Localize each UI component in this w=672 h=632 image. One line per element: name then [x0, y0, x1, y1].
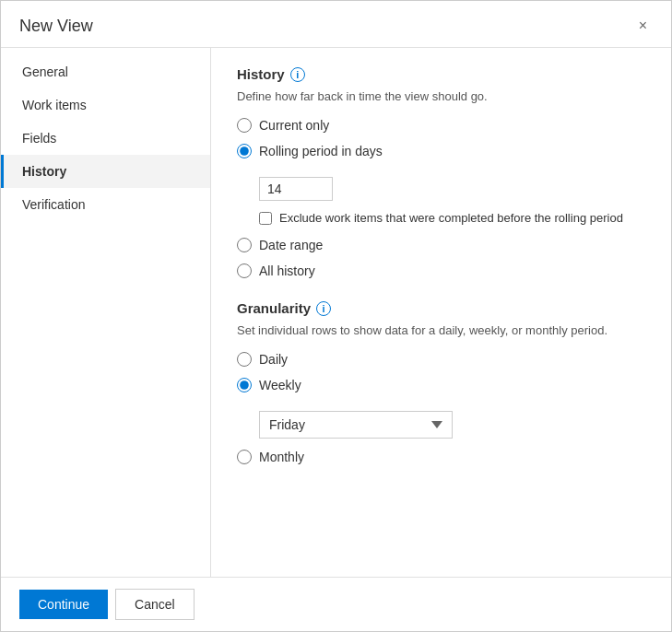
dialog-body: General Work items Fields History Verifi… [1, 48, 671, 577]
granularity-option-daily[interactable]: Daily [237, 352, 645, 367]
granularity-option-monthly[interactable]: Monthly [237, 450, 645, 464]
sidebar-item-history[interactable]: History [1, 155, 210, 188]
cancel-button[interactable]: Cancel [115, 589, 195, 620]
continue-button[interactable]: Continue [19, 590, 108, 619]
history-info-icon[interactable]: i [290, 67, 305, 82]
history-option-all-history[interactable]: All history [237, 263, 645, 278]
history-option-date-range[interactable]: Date range [237, 238, 645, 252]
rolling-period-indent: Exclude work items that were completed b… [259, 177, 645, 227]
granularity-radio-daily[interactable] [237, 352, 252, 367]
sidebar-item-verification[interactable]: Verification [1, 188, 210, 221]
granularity-options: Daily Weekly Monday Tuesday Wed [237, 352, 645, 464]
granularity-section: Granularity i Set individual rows to sho… [237, 300, 645, 464]
sidebar-item-fields[interactable]: Fields [1, 122, 210, 155]
history-radio-all-history[interactable] [237, 263, 252, 278]
weekly-day-indent: Monday Tuesday Wednesday Thursday Friday… [259, 411, 645, 439]
granularity-section-title: Granularity i [237, 300, 645, 316]
granularity-option-weekly[interactable]: Weekly [237, 378, 645, 392]
dialog-header: New View × [1, 1, 671, 48]
dialog-title: New View [19, 17, 93, 36]
history-options: Current only Rolling period in days Excl… [237, 118, 645, 278]
granularity-info-icon[interactable]: i [316, 301, 331, 316]
sidebar-item-general[interactable]: General [1, 55, 210, 88]
granularity-radio-weekly[interactable] [237, 378, 252, 392]
history-option-current-only[interactable]: Current only [237, 118, 645, 133]
main-content: History i Define how far back in time th… [211, 48, 671, 577]
granularity-radio-monthly[interactable] [237, 450, 252, 464]
history-radio-rolling-period[interactable] [237, 144, 252, 158]
weekly-day-select-wrapper: Monday Tuesday Wednesday Thursday Friday… [259, 411, 453, 439]
history-section: History i Define how far back in time th… [237, 66, 645, 278]
dialog-footer: Continue Cancel [1, 577, 671, 631]
history-option-rolling-period[interactable]: Rolling period in days [237, 144, 645, 158]
history-description: Define how far back in time the view sho… [237, 89, 645, 103]
rolling-days-input[interactable] [259, 177, 333, 201]
granularity-description: Set individual rows to show data for a d… [237, 323, 645, 337]
weekly-day-select[interactable]: Monday Tuesday Wednesday Thursday Friday… [259, 411, 453, 439]
sidebar-item-work-items[interactable]: Work items [1, 88, 210, 122]
new-view-dialog: New View × General Work items Fields His… [0, 0, 672, 632]
sidebar: General Work items Fields History Verifi… [1, 48, 211, 577]
history-radio-date-range[interactable] [237, 238, 252, 252]
exclude-checkbox-item[interactable]: Exclude work items that were completed b… [259, 210, 645, 227]
close-button[interactable]: × [633, 16, 653, 36]
history-section-title: History i [237, 66, 645, 82]
history-radio-current-only[interactable] [237, 118, 252, 133]
exclude-checkbox[interactable] [259, 212, 272, 225]
